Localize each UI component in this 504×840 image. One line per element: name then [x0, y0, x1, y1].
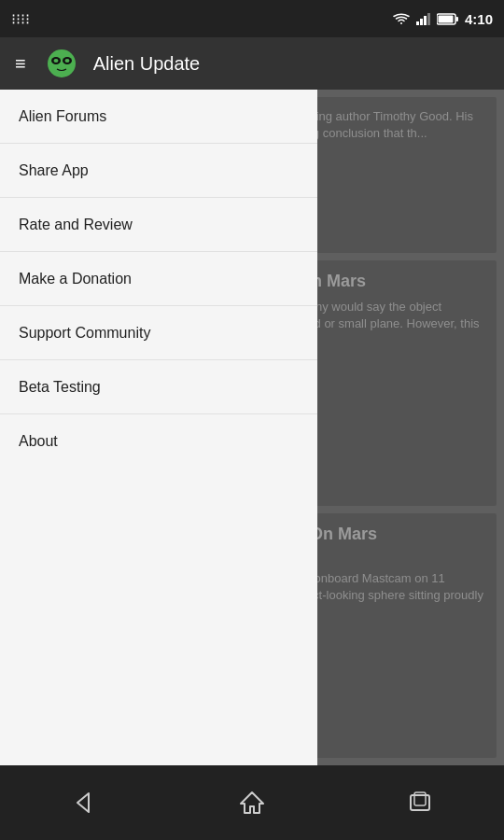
- drawer: Alien Forums Share App Rate and Review M…: [0, 90, 317, 765]
- menu-item-beta-testing[interactable]: Beta Testing: [0, 360, 317, 414]
- menu-item-alien-forums[interactable]: Alien Forums: [0, 90, 317, 144]
- svg-rect-6: [438, 15, 453, 22]
- wifi-icon: [392, 12, 411, 25]
- menu-item-about[interactable]: About: [0, 414, 317, 469]
- home-button[interactable]: [224, 775, 280, 831]
- svg-rect-14: [411, 795, 429, 810]
- back-button[interactable]: [56, 775, 112, 831]
- svg-point-10: [53, 59, 58, 63]
- svg-rect-3: [427, 13, 430, 25]
- grid-icon: ⁝⁝⁝⁝: [11, 10, 30, 28]
- status-bar-right: 4:10: [392, 11, 493, 27]
- hamburger-icon[interactable]: ≡: [15, 53, 26, 75]
- status-time: 4:10: [465, 11, 493, 27]
- battery-icon: [437, 13, 459, 25]
- alien-logo-icon: [45, 47, 78, 80]
- nav-bar: [0, 765, 504, 840]
- svg-marker-13: [241, 792, 263, 813]
- svg-point-7: [48, 49, 76, 77]
- menu-item-support-community[interactable]: Support Community: [0, 306, 317, 360]
- signal-icon: [416, 12, 431, 25]
- menu-item-share-app[interactable]: Share App: [0, 144, 317, 198]
- svg-point-11: [64, 59, 69, 63]
- recent-apps-button[interactable]: [392, 775, 448, 831]
- status-bar-left: ⁝⁝⁝⁝: [11, 10, 30, 28]
- menu-item-make-donation[interactable]: Make a Donation: [0, 252, 317, 306]
- content-area: interviews the legendary UFO investigato…: [0, 90, 504, 765]
- toolbar-title: Alien Update: [93, 53, 201, 75]
- menu-item-rate-review[interactable]: Rate and Review: [0, 198, 317, 252]
- svg-rect-1: [420, 19, 423, 25]
- toolbar: ≡ Alien Update: [0, 37, 504, 90]
- status-bar: ⁝⁝⁝⁝ 4:10: [0, 0, 504, 37]
- svg-rect-5: [455, 17, 458, 21]
- svg-rect-0: [416, 21, 419, 25]
- svg-marker-12: [77, 793, 89, 812]
- svg-rect-2: [424, 16, 427, 25]
